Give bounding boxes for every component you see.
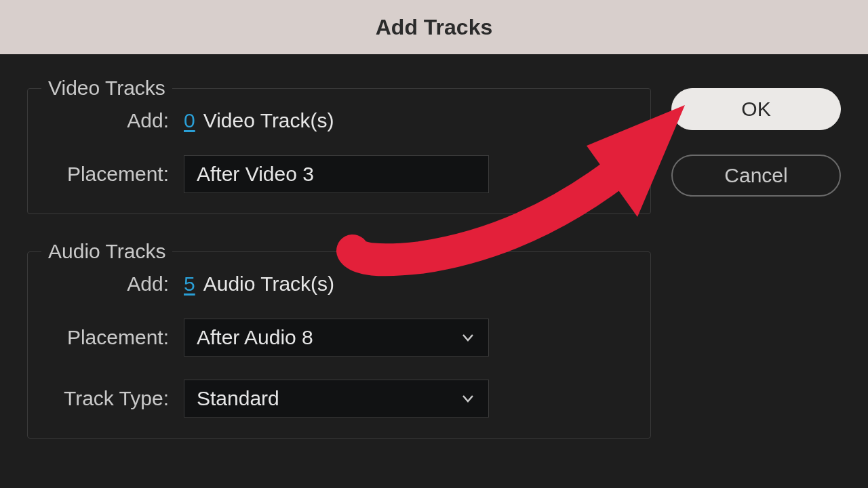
video-track-count[interactable]: 0 xyxy=(184,109,195,132)
video-add-row: Add: 0 Video Track(s) xyxy=(48,109,630,132)
video-tracks-legend: Video Tracks xyxy=(41,77,172,100)
cancel-button[interactable]: Cancel xyxy=(671,155,841,197)
audio-track-count[interactable]: 5 xyxy=(184,272,195,296)
chevron-down-icon xyxy=(460,390,476,407)
audio-track-type-row: Track Type: Standard xyxy=(48,380,630,418)
audio-add-value: 5 Audio Track(s) xyxy=(184,272,334,296)
audio-placement-value: After Audio 8 xyxy=(197,326,313,349)
dialog-title: Add Tracks xyxy=(376,15,493,40)
audio-placement-label: Placement: xyxy=(48,326,184,349)
video-placement-dropdown[interactable]: After Video 3 xyxy=(184,155,489,193)
audio-tracks-legend: Audio Tracks xyxy=(41,240,172,263)
audio-track-type-label: Track Type: xyxy=(48,387,184,410)
video-placement-row: Placement: After Video 3 xyxy=(48,155,630,193)
video-placement-value: After Video 3 xyxy=(197,163,314,186)
video-add-label: Add: xyxy=(48,109,184,132)
buttons-column: OK Cancel xyxy=(671,88,841,476)
chevron-down-icon xyxy=(460,329,476,346)
audio-add-row: Add: 5 Audio Track(s) xyxy=(48,272,630,296)
dialog-titlebar: Add Tracks xyxy=(0,0,868,54)
audio-track-type-dropdown[interactable]: Standard xyxy=(184,380,489,418)
audio-add-label: Add: xyxy=(48,272,184,296)
audio-tracks-group: Audio Tracks Add: 5 Audio Track(s) Place… xyxy=(27,251,651,439)
video-tracks-group: Video Tracks Add: 0 Video Track(s) Place… xyxy=(27,88,651,214)
audio-placement-dropdown[interactable]: After Audio 8 xyxy=(184,319,489,357)
dialog-body: Video Tracks Add: 0 Video Track(s) Place… xyxy=(0,54,868,476)
video-placement-label: Placement: xyxy=(48,163,184,186)
audio-placement-row: Placement: After Audio 8 xyxy=(48,319,630,357)
ok-button[interactable]: OK xyxy=(671,88,841,130)
form-column: Video Tracks Add: 0 Video Track(s) Place… xyxy=(27,88,651,476)
video-add-value: 0 Video Track(s) xyxy=(184,109,334,132)
audio-track-unit: Audio Track(s) xyxy=(203,272,334,296)
audio-track-type-value: Standard xyxy=(197,387,279,410)
video-track-unit: Video Track(s) xyxy=(203,109,334,132)
